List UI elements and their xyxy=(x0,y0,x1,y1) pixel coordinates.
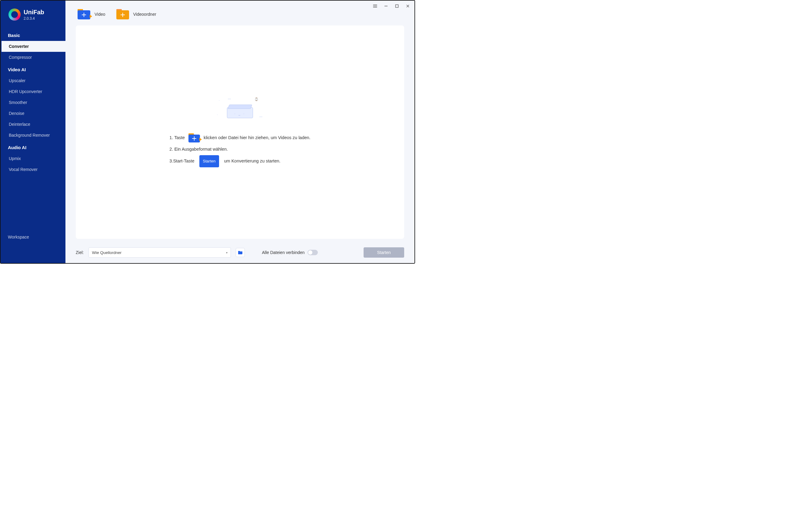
merge-files-control: Alle Dateien verbinden xyxy=(262,250,318,255)
sidebar-item-label: Workspace xyxy=(8,234,29,240)
brand-version: 2.0.3.4 xyxy=(24,16,44,20)
instruction-step-3: 3.Start-Taste Starten um Konvertierung z… xyxy=(169,155,310,167)
sidebar-section-video-ai: Video AI xyxy=(1,63,66,75)
sidebar-item-label: Vocal Remover xyxy=(9,167,38,172)
sidebar-item-label: Converter xyxy=(9,44,29,49)
sidebar-section-audio-ai: Audio AI xyxy=(1,141,66,153)
sidebar: UniFab 2.0.3.4 Basic Converter Compresso… xyxy=(1,1,66,263)
browse-folder-button[interactable] xyxy=(236,248,245,257)
merge-files-label: Alle Dateien verbinden xyxy=(262,250,304,255)
sidebar-item-label: Smoother xyxy=(9,100,27,105)
step1-prefix: 1. Taste xyxy=(169,132,185,144)
sidebar-item-workspace[interactable]: Workspace xyxy=(1,231,66,243)
instructions: 1. Taste klicken oder Datei hier hin zie… xyxy=(169,132,310,167)
instruction-step-2: 2. Ein Ausgabeformat wählen. xyxy=(169,144,310,155)
folder-icon xyxy=(238,251,243,255)
svg-rect-0 xyxy=(396,5,398,8)
start-button[interactable]: Starten xyxy=(364,247,404,258)
add-folder-button[interactable]: Videoordner xyxy=(116,9,156,19)
step1-suffix: klicken oder Datei hier hin ziehen, um V… xyxy=(204,132,310,144)
toolbar: Video Videoordner xyxy=(66,1,415,26)
destination-select[interactable]: Wie Quellordner ▾ xyxy=(88,247,231,258)
sidebar-item-label: Upmix xyxy=(9,156,21,161)
add-video-button[interactable]: Video xyxy=(77,9,105,19)
brand: UniFab 2.0.3.4 xyxy=(1,6,66,28)
chevron-down-icon: ▾ xyxy=(226,251,228,254)
sidebar-item-label: Upscaler xyxy=(9,78,26,83)
app-window: UniFab 2.0.3.4 Basic Converter Compresso… xyxy=(0,0,415,264)
minimize-icon[interactable] xyxy=(380,2,391,10)
step2-text: 2. Ein Ausgabeformat wählen. xyxy=(169,144,228,155)
sidebar-item-converter[interactable]: Converter xyxy=(1,41,66,52)
bottom-bar: Ziel: Wie Quellordner ▾ Alle Dateien ver… xyxy=(66,244,415,263)
sidebar-item-smoother[interactable]: Smoother xyxy=(1,97,66,108)
sidebar-item-denoise[interactable]: Denoise xyxy=(1,108,66,119)
brand-name: UniFab xyxy=(24,9,44,16)
sidebar-item-deinterlace[interactable]: Deinterlace xyxy=(1,119,66,130)
sidebar-item-label: HDR Upconverter xyxy=(9,89,42,94)
step3-suffix: um Konvertierung zu starten. xyxy=(224,156,280,167)
add-folder-label: Videoordner xyxy=(133,12,156,17)
brand-logo-icon xyxy=(9,9,20,20)
drop-zone[interactable]: · — ⌚ · — · _ · 1. Taste klicken oder xyxy=(76,26,404,239)
add-video-icon xyxy=(188,133,200,142)
close-icon[interactable] xyxy=(402,2,413,10)
sidebar-item-upscaler[interactable]: Upscaler xyxy=(1,75,66,86)
sidebar-item-label: Denoise xyxy=(9,111,24,116)
sidebar-section-basic: Basic xyxy=(1,28,66,41)
destination-value: Wie Quellordner xyxy=(92,251,121,255)
maximize-icon[interactable] xyxy=(391,2,402,10)
add-video-icon xyxy=(77,9,90,19)
start-chip: Starten xyxy=(199,155,219,167)
sidebar-item-background-remover[interactable]: Background Remover xyxy=(1,130,66,141)
sidebar-item-vocal-remover[interactable]: Vocal Remover xyxy=(1,164,66,175)
sidebar-item-hdr-upconverter[interactable]: HDR Upconverter xyxy=(1,86,66,97)
window-controls xyxy=(369,2,413,10)
sidebar-item-upmix[interactable]: Upmix xyxy=(1,153,66,164)
step3-prefix: 3.Start-Taste xyxy=(169,156,194,167)
main-area: Video Videoordner · — ⌚ · — · _ xyxy=(66,1,415,263)
add-folder-icon xyxy=(116,9,129,19)
empty-illustration-icon: · — ⌚ · — · _ · xyxy=(216,97,264,118)
start-button-label: Starten xyxy=(377,250,391,255)
sidebar-item-label: Compressor xyxy=(9,55,32,60)
sidebar-item-compressor[interactable]: Compressor xyxy=(1,52,66,63)
sidebar-item-label: Deinterlace xyxy=(9,122,30,127)
destination-label: Ziel: xyxy=(76,250,84,255)
sidebar-item-label: Background Remover xyxy=(9,133,50,138)
add-video-label: Video xyxy=(95,12,105,17)
merge-files-toggle[interactable] xyxy=(307,250,318,255)
menu-icon[interactable] xyxy=(369,2,380,10)
instruction-step-1: 1. Taste klicken oder Datei hier hin zie… xyxy=(169,132,310,144)
